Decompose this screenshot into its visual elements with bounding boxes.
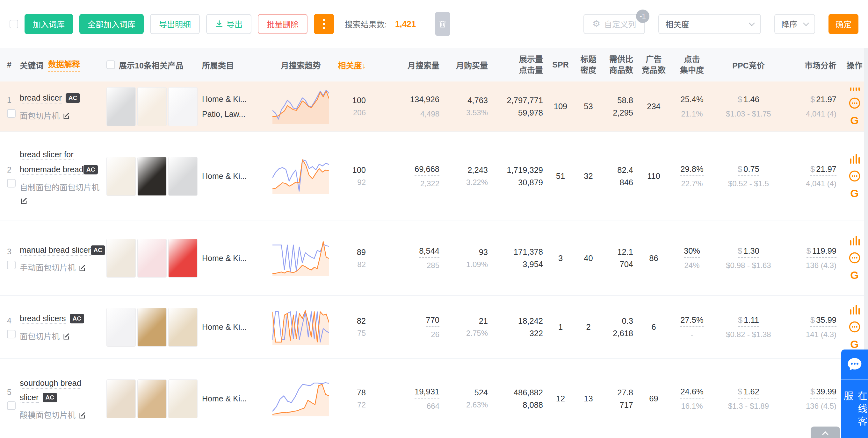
market-reviews: 136 (4.5) <box>783 402 836 411</box>
monthly-purchases-sub: 3.22% <box>443 178 488 187</box>
table-body: 1 bread slicerAC 面包切片机 Home & Ki...Patio… <box>0 81 868 438</box>
comment-icon[interactable] <box>848 97 861 109</box>
product-count-value: 717 <box>602 400 633 410</box>
product-thumbnail[interactable] <box>106 379 136 418</box>
export-button[interactable]: 导出 <box>206 14 251 34</box>
edit-translation-icon[interactable] <box>20 196 28 205</box>
comment-icon[interactable] <box>848 170 861 182</box>
ppc-bid-value[interactable]: $1.46 <box>738 95 760 106</box>
google-trends-icon[interactable]: G <box>850 188 859 199</box>
spr-value: 12 <box>546 394 575 403</box>
google-trends-icon[interactable]: G <box>850 339 859 349</box>
trend-sparkline <box>273 379 329 417</box>
click-concentration-value[interactable]: 30% <box>684 246 700 258</box>
product-thumbnail[interactable] <box>137 379 167 418</box>
click-concentration-value[interactable]: 25.4% <box>680 95 703 106</box>
back-to-top-button[interactable] <box>811 427 840 438</box>
product-thumbnail[interactable] <box>168 308 197 347</box>
chevron-up-icon <box>822 431 829 438</box>
customize-columns-button[interactable]: ⚙ 自定义列 -1 <box>584 14 645 34</box>
row-checkbox[interactable] <box>7 401 16 410</box>
keyword-analytics-icon[interactable] <box>849 305 860 315</box>
trash-button[interactable] <box>435 12 450 36</box>
product-thumbnail[interactable] <box>168 379 197 418</box>
monthly-purchases-sub: 2.75% <box>443 329 488 338</box>
market-price-value[interactable]: $119.99 <box>806 246 836 258</box>
relevance-value: 89 <box>336 248 366 257</box>
select-all-checkbox[interactable] <box>9 20 18 28</box>
ppc-bid-value[interactable]: $1.62 <box>738 387 760 399</box>
comment-icon[interactable] <box>848 321 861 333</box>
keyword-analytics-icon[interactable] <box>849 88 860 91</box>
chat-widget[interactable]: 在线客服 <box>841 349 868 438</box>
batch-delete-button[interactable]: 批量删除 <box>258 14 308 34</box>
monthly-searches-value[interactable]: 8,544 <box>419 246 439 258</box>
ppc-bid-value[interactable]: $0.75 <box>738 165 760 176</box>
product-thumbnail[interactable] <box>106 157 136 196</box>
header-monthly-searches: 月搜索量 <box>368 59 443 71</box>
google-trends-icon[interactable]: G <box>850 115 859 126</box>
keyword-link[interactable]: bread slicers <box>20 314 66 324</box>
ppc-bid-value[interactable]: $1.11 <box>738 315 759 327</box>
table-row: 5 sourdough breadslicerAC 酸模面包切片机 Home &… <box>0 359 868 438</box>
edit-translation-icon[interactable] <box>62 111 71 120</box>
spr-value: 51 <box>546 172 575 181</box>
market-price-value[interactable]: $21.97 <box>810 95 836 106</box>
export-detail-button[interactable]: 导出明细 <box>150 14 200 34</box>
confirm-button[interactable]: 确定 <box>829 14 859 34</box>
market-price-value[interactable]: $39.99 <box>810 387 836 399</box>
keyword-link[interactable]: manual bread slicer <box>20 245 91 256</box>
keyword-link[interactable]: bread slicer forhomemade bread <box>20 150 84 175</box>
sort-field-select[interactable]: 相关度 <box>658 14 761 34</box>
google-trends-icon[interactable]: G <box>850 270 859 280</box>
product-thumbnail[interactable] <box>137 87 167 126</box>
product-thumbnail[interactable] <box>137 308 167 347</box>
edit-translation-icon[interactable] <box>78 411 87 419</box>
gear-icon: ⚙ <box>592 20 600 28</box>
row-checkbox[interactable] <box>7 330 16 338</box>
product-thumbnail[interactable] <box>168 87 197 126</box>
monthly-searches-value[interactable]: 19,931 <box>414 387 439 399</box>
header-relevance-sort[interactable]: 相关度↓ <box>336 59 368 71</box>
ac-badge: AC <box>66 93 80 103</box>
monthly-searches-sub: 664 <box>368 402 439 411</box>
search-results-count: 1,421 <box>395 19 416 29</box>
more-actions-button[interactable] <box>314 14 334 34</box>
ppc-bid-range: $1.3 - $1.89 <box>713 402 783 411</box>
product-thumbnail[interactable] <box>106 308 136 347</box>
product-thumbnail[interactable] <box>168 157 197 196</box>
monthly-searches-value[interactable]: 770 <box>426 315 439 327</box>
keyword-analytics-icon-clipped[interactable] <box>849 88 860 91</box>
monthly-searches-value[interactable]: 134,926 <box>410 95 439 106</box>
row-checkbox[interactable] <box>7 109 16 118</box>
data-explain-link[interactable]: 数据解释 <box>48 58 80 72</box>
click-concentration-value[interactable]: 24.6% <box>680 387 703 399</box>
row-checkbox[interactable] <box>7 261 16 269</box>
add-all-to-lexicon-button[interactable]: 全部加入词库 <box>79 14 144 34</box>
market-price-value[interactable]: $35.99 <box>810 315 836 327</box>
keyword-link[interactable]: bread slicer <box>20 93 62 103</box>
product-thumbnail[interactable] <box>137 239 167 277</box>
chat-label: 在线客服 <box>841 391 868 438</box>
product-images <box>106 239 202 277</box>
monthly-searches-value[interactable]: 69,668 <box>414 165 439 176</box>
product-thumbnail[interactable] <box>137 157 167 196</box>
product-thumbnail[interactable] <box>106 87 136 126</box>
add-to-lexicon-button[interactable]: 加入词库 <box>25 14 73 34</box>
product-thumbnail[interactable] <box>168 239 197 277</box>
edit-translation-icon[interactable] <box>78 264 87 272</box>
click-concentration-value[interactable]: 29.8% <box>680 165 703 176</box>
click-concentration-value[interactable]: 27.5% <box>680 315 703 327</box>
keyword-analytics-icon[interactable] <box>849 154 860 164</box>
edit-translation-icon[interactable] <box>62 332 71 341</box>
product-thumbnail[interactable] <box>106 239 136 277</box>
market-price-value[interactable]: $21.97 <box>810 165 836 176</box>
row-checkbox[interactable] <box>7 179 16 188</box>
show-related-checkbox[interactable] <box>106 61 115 69</box>
sort-order-select[interactable]: 降序 <box>774 14 815 34</box>
keyword-analytics-icon[interactable] <box>849 236 860 246</box>
ad-competitors-value: 6 <box>637 323 671 332</box>
comment-icon[interactable] <box>848 252 861 264</box>
ppc-bid-value[interactable]: $1.30 <box>738 246 760 258</box>
supply-demand-value: 0.3 <box>602 316 633 326</box>
